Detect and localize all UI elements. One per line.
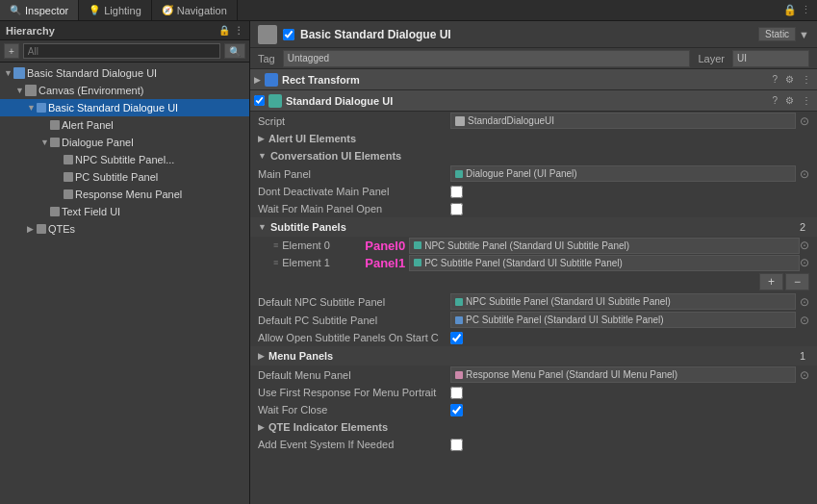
tree-item-qtes[interactable]: ▶ QTEs: [0, 220, 249, 238]
tab-navigation[interactable]: 🧭 Navigation: [152, 0, 238, 20]
use-first-response-label: Use First Response For Menu Portrait: [258, 387, 450, 398]
tab-lighting[interactable]: 💡 Lighting: [79, 0, 152, 20]
inspector-panel: Basic Standard Dialogue UI Static ▼ Tag …: [250, 21, 817, 504]
add-event-label: Add Event System If Needed: [258, 439, 450, 450]
dont-deactivate-checkbox[interactable]: [450, 186, 463, 198]
tab-bar: 🔍 Inspector 💡 Lighting 🧭 Navigation 🔒 ⋮: [0, 0, 817, 21]
add-event-checkbox[interactable]: [450, 439, 463, 451]
rect-transform-header[interactable]: ▶ Rect Transform ? ⚙ ⋮: [250, 69, 817, 90]
comp-settings-btn[interactable]: ⚙: [783, 95, 796, 106]
dont-deactivate-row: Dont Deactivate Main Panel: [250, 183, 817, 200]
inspector-header: Basic Standard Dialogue UI Static ▼: [250, 21, 817, 48]
default-pc-label: Default PC Subtitle Panel: [258, 315, 450, 326]
element-1-dot: [414, 259, 421, 266]
allow-open-checkbox[interactable]: [450, 332, 463, 344]
comp-help-btn[interactable]: ?: [770, 95, 779, 106]
standard-dialogue-header[interactable]: Standard Dialogue UI ? ⚙ ⋮: [250, 90, 817, 112]
qte-section-label: QTE Indicator Elements: [268, 421, 388, 433]
conversation-section-toggle[interactable]: ▼ Conversation UI Elements: [250, 147, 817, 164]
cube-icon-qtes: [37, 224, 46, 234]
layer-select[interactable]: UI: [732, 50, 809, 67]
go-icon-canvas: [25, 85, 37, 96]
hierarchy-header: Hierarchy 🔒 ⋮: [0, 21, 249, 40]
comp-more-btn[interactable]: ⋮: [800, 95, 813, 106]
script-value-container: StandardDialogueUI ⊙: [450, 113, 809, 129]
default-menu-ref: Response Menu Panel (Standard UI Menu Pa…: [450, 366, 796, 383]
static-group: Static ▼: [758, 27, 809, 41]
qtes-label: QTEs: [48, 223, 75, 235]
tree-item-root[interactable]: ▼ Basic Standard Dialogue UI: [0, 64, 249, 82]
drag-handle-0[interactable]: ≡: [273, 240, 278, 250]
main-panel-row: Main Panel Dialogue Panel (UI Panel) ⊙: [250, 164, 817, 183]
default-menu-value: Response Menu Panel (Standard UI Menu Pa…: [450, 366, 809, 383]
alert-section-toggle[interactable]: ▶ Alert UI Elements: [250, 130, 817, 147]
default-npc-picker[interactable]: ⊙: [800, 295, 809, 309]
remove-element-btn[interactable]: −: [785, 273, 809, 290]
wait-main-value: [450, 203, 809, 215]
default-pc-picker[interactable]: ⊙: [800, 314, 809, 327]
tab-inspector-label: Inspector: [25, 5, 68, 16]
menu-panels-header[interactable]: ▶ Menu Panels 1: [250, 346, 817, 365]
subtitle-panels-header[interactable]: ▼ Subtitle Panels 2: [250, 217, 817, 237]
default-menu-picker[interactable]: ⊙: [800, 368, 809, 382]
rect-more-btn[interactable]: ⋮: [800, 74, 813, 85]
wait-for-close-value: [450, 404, 809, 416]
tree-item-canvas[interactable]: ▼ Canvas (Environment): [0, 82, 249, 99]
dont-deactivate-label: Dont Deactivate Main Panel: [258, 186, 450, 197]
add-element-btn[interactable]: +: [759, 273, 783, 290]
default-pc-dot: [455, 316, 463, 324]
default-npc-value: NPC Subtitle Panel (Standard UI Subtitle…: [450, 293, 809, 310]
default-pc-row: Default PC Subtitle Panel PC Subtitle Pa…: [250, 311, 817, 329]
search-button[interactable]: 🔍: [224, 43, 245, 59]
inspector-content: ▶ Rect Transform ? ⚙ ⋮ Standard Dialogue…: [250, 69, 817, 504]
tree-item-dialogue-panel[interactable]: ▼ Dialogue Panel: [0, 134, 249, 151]
root-label: Basic Standard Dialogue UI: [27, 67, 157, 79]
rect-help-btn[interactable]: ?: [770, 74, 779, 85]
subtitle-arrow: ▼: [258, 222, 267, 232]
active-checkbox[interactable]: [283, 29, 294, 40]
tree-view: ▼ Basic Standard Dialogue UI ▼ Canvas (E…: [0, 63, 249, 504]
tree-item-response-menu[interactable]: Response Menu Panel: [0, 186, 249, 203]
wait-main-checkbox[interactable]: [450, 203, 463, 215]
element-0-picker[interactable]: ⊙: [800, 239, 809, 252]
element-1-ref: PC Subtitle Panel (Standard UI Subtitle …: [409, 255, 800, 271]
script-label: Script: [258, 115, 450, 127]
wait-main-label: Wait For Main Panel Open: [258, 203, 450, 214]
tree-item-pc-subtitle[interactable]: PC Subtitle Panel: [0, 168, 249, 186]
tag-select[interactable]: Untagged: [283, 50, 691, 67]
hierarchy-toolbar: + 🔍: [0, 40, 249, 63]
cube-icon-dialogue-panel: [50, 138, 60, 147]
main-panel-value: Dialogue Panel (UI Panel) ⊙: [450, 165, 809, 182]
comp-icons: ? ⚙ ⋮: [770, 95, 813, 106]
static-button[interactable]: Static: [758, 27, 796, 41]
drag-handle-1[interactable]: ≡: [273, 258, 278, 267]
default-npc-text: NPC Subtitle Panel (Standard UI Subtitle…: [466, 296, 671, 307]
script-value: StandardDialogueUI: [468, 115, 554, 126]
main-panel-ref: Dialogue Panel (UI Panel): [450, 165, 796, 182]
wait-for-close-row: Wait For Close: [250, 401, 817, 418]
rect-comp-icons: ? ⚙ ⋮: [770, 74, 813, 85]
component-active-checkbox[interactable]: [254, 95, 265, 106]
tree-item-dialogue-ui[interactable]: ▼ Basic Standard Dialogue UI: [0, 99, 249, 116]
tag-label: Tag: [258, 53, 275, 64]
cube-icon-npc: [64, 155, 73, 164]
main-panel-picker[interactable]: ⊙: [800, 167, 809, 181]
static-dropdown-icon: ▼: [799, 29, 809, 40]
arrow-dialogue-panel: ▼: [40, 138, 50, 147]
default-npc-row: Default NPC Subtitle Panel NPC Subtitle …: [250, 292, 817, 311]
tree-item-npc-subtitle[interactable]: NPC Subtitle Panel...: [0, 151, 249, 168]
tab-inspector[interactable]: 🔍 Inspector: [0, 0, 79, 20]
element-1-picker[interactable]: ⊙: [800, 256, 809, 269]
dialogue-panel-label: Dialogue Panel: [62, 137, 134, 148]
use-first-response-checkbox[interactable]: [450, 387, 463, 399]
rect-settings-btn[interactable]: ⚙: [783, 74, 796, 85]
arrow-root: ▼: [4, 68, 13, 78]
search-input[interactable]: [23, 43, 220, 59]
script-picker-btn[interactable]: ⊙: [800, 114, 809, 128]
tree-item-text-field[interactable]: Text Field UI: [0, 203, 249, 220]
tree-item-alert-panel[interactable]: Alert Panel: [0, 116, 249, 134]
qte-section-toggle[interactable]: ▶ QTE Indicator Elements: [250, 418, 817, 436]
rect-arrow: ▶: [254, 75, 261, 85]
wait-for-close-checkbox[interactable]: [450, 404, 463, 416]
add-object-button[interactable]: +: [4, 43, 19, 59]
